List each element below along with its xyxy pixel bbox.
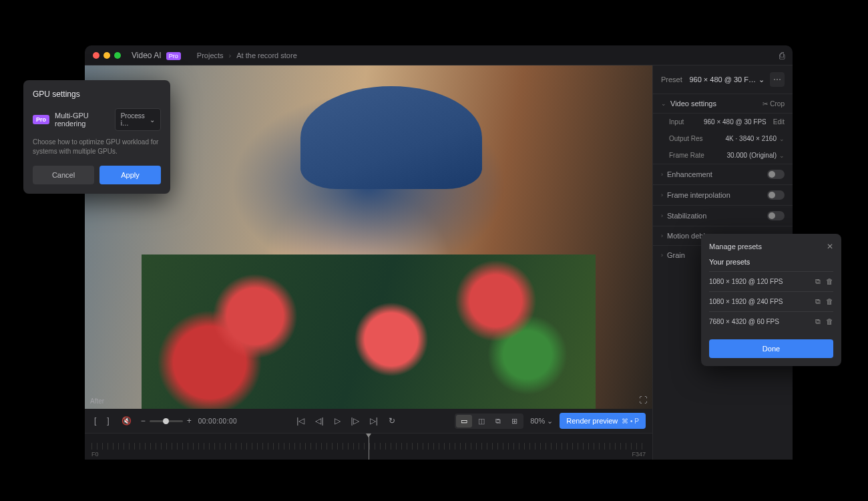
- enhancement-toggle[interactable]: [767, 170, 785, 179]
- breadcrumb: Projects › At the record store: [197, 51, 297, 59]
- chevron-right-icon: ›: [661, 212, 663, 219]
- preset-select[interactable]: 960 × 480 @ 30 F…: [689, 75, 765, 84]
- breadcrumb-current[interactable]: At the record store: [236, 51, 297, 59]
- frame-interpolation-section[interactable]: › Frame interpolation: [653, 184, 793, 205]
- timecode: 00:00:00:00: [198, 418, 237, 425]
- chevron-down-icon: ⌄: [661, 100, 666, 107]
- close-icon[interactable]: ✕: [827, 242, 833, 251]
- chevron-down-icon: [779, 152, 785, 159]
- minimize-window-icon[interactable]: [103, 52, 110, 59]
- breadcrumb-root[interactable]: Projects: [197, 51, 224, 59]
- done-button[interactable]: Done: [709, 339, 833, 358]
- breadcrumb-sep-icon: ›: [229, 51, 232, 59]
- app-name: Video AI: [132, 51, 161, 60]
- pro-badge: Pro: [33, 115, 49, 124]
- app-title: Video AI Pro: [132, 51, 181, 60]
- next-frame-icon[interactable]: |▷: [349, 415, 362, 427]
- your-presets-label: Your presets: [709, 258, 833, 266]
- copy-icon[interactable]: ⧉: [815, 297, 821, 306]
- multigpu-label: Multi-GPU rendering: [55, 112, 110, 128]
- copy-icon[interactable]: ⧉: [815, 277, 821, 286]
- chevron-down-icon: [779, 136, 785, 142]
- timeline-start-label: F0: [91, 451, 99, 458]
- view-single-icon[interactable]: ▭: [456, 415, 472, 428]
- preset-label: Preset: [661, 75, 682, 84]
- gpu-settings-modal: GPU settings Pro Multi-GPU rendering Pro…: [23, 80, 170, 194]
- play-icon[interactable]: ▷: [332, 415, 343, 427]
- gpu-process-select[interactable]: Process i…: [115, 108, 161, 131]
- preset-more-button[interactable]: ⋯: [770, 72, 785, 87]
- mark-out-icon[interactable]: ]: [104, 415, 112, 427]
- chevron-down-icon: [547, 417, 553, 425]
- apply-button[interactable]: Apply: [99, 166, 161, 184]
- cancel-button[interactable]: Cancel: [33, 166, 94, 184]
- pro-badge: Pro: [166, 52, 181, 60]
- timeline-end-label: F347: [632, 451, 646, 458]
- view-split-icon[interactable]: ◫: [473, 415, 489, 428]
- output-res-row[interactable]: Output Res 4K · 3840 × 2160: [653, 130, 793, 147]
- chevron-right-icon: ›: [661, 171, 663, 178]
- maximize-window-icon[interactable]: [114, 52, 121, 59]
- prev-frame-icon[interactable]: ◁|: [312, 415, 326, 427]
- skip-start-icon[interactable]: |◁: [294, 415, 307, 427]
- playhead-icon[interactable]: [369, 434, 369, 460]
- mark-in-icon[interactable]: [: [91, 415, 99, 427]
- export-icon[interactable]: ⎙: [779, 50, 785, 61]
- zoom-slider[interactable]: − +: [141, 416, 192, 426]
- video-settings-title: Video settings: [670, 100, 716, 108]
- chevron-down-icon: [758, 75, 765, 84]
- view-side-icon[interactable]: ⧉: [491, 415, 505, 428]
- stabilization-section[interactable]: › Stabilization: [653, 205, 793, 226]
- enhancement-section[interactable]: › Enhancement: [653, 164, 793, 184]
- preset-item: 7680 × 4320 @ 60 FPS ⧉ 🗑: [709, 311, 833, 331]
- close-window-icon[interactable]: [93, 52, 99, 59]
- crop-button[interactable]: ✂ Crop: [763, 100, 785, 108]
- delete-icon[interactable]: 🗑: [826, 277, 833, 286]
- frame-interpolation-toggle[interactable]: [767, 190, 785, 200]
- frame-rate-row[interactable]: Frame Rate 30.000 (Original): [653, 147, 793, 164]
- chevron-right-icon: ›: [661, 192, 663, 198]
- zoom-minus-icon[interactable]: −: [141, 416, 146, 426]
- timeline[interactable]: F0 F347: [85, 433, 652, 460]
- gpu-desc: Choose how to optimize GPU workload for …: [33, 138, 161, 156]
- manage-presets-popover: Manage presets ✕ Your presets 1080 × 192…: [701, 234, 841, 366]
- playbar: [ ] 🔇 − + 00:00:00:00 |◁ ◁| ▷ |▷ ▷| ↻: [85, 409, 652, 433]
- video-settings-header[interactable]: ⌄ Video settings ✂ Crop: [653, 94, 793, 114]
- titlebar: Video AI Pro Projects › At the record st…: [85, 45, 793, 65]
- app-window: Video AI Pro Projects › At the record st…: [85, 45, 793, 460]
- preview-after-label: After: [90, 397, 104, 405]
- render-preview-button[interactable]: Render preview ⌘ • P: [560, 413, 646, 429]
- window-controls: [93, 52, 121, 59]
- copy-icon[interactable]: ⧉: [815, 317, 821, 326]
- preset-item: 1080 × 1920 @ 120 FPS ⧉ 🗑: [709, 271, 833, 291]
- loop-icon[interactable]: ↻: [386, 415, 398, 427]
- chevron-right-icon: ›: [661, 232, 663, 239]
- zoom-percent-select[interactable]: 80%: [530, 417, 553, 426]
- chevron-right-icon: ›: [661, 252, 663, 259]
- fullscreen-icon[interactable]: ⛶: [639, 395, 647, 405]
- skip-end-icon[interactable]: ▷|: [367, 415, 381, 427]
- input-setting-row: Input 960 × 480 @ 30 FPS Edit: [653, 114, 793, 130]
- preset-row: Preset 960 × 480 @ 30 F… ⋯: [653, 65, 793, 94]
- input-edit-link[interactable]: Edit: [773, 118, 785, 126]
- delete-icon[interactable]: 🗑: [826, 317, 833, 326]
- chevron-down-icon: [150, 116, 155, 124]
- delete-icon[interactable]: 🗑: [826, 297, 833, 306]
- gpu-modal-title: GPU settings: [33, 90, 161, 99]
- mute-icon[interactable]: 🔇: [119, 415, 134, 427]
- stabilization-toggle[interactable]: [767, 211, 785, 220]
- view-mode-switcher: ▭ ◫ ⧉ ⊞: [455, 413, 523, 429]
- popover-title: Manage presets: [709, 242, 762, 251]
- zoom-plus-icon[interactable]: +: [187, 416, 192, 426]
- preset-item: 1080 × 1920 @ 240 FPS ⧉ 🗑: [709, 291, 833, 311]
- crop-icon: ✂: [763, 100, 768, 108]
- view-grid-icon[interactable]: ⊞: [507, 415, 522, 428]
